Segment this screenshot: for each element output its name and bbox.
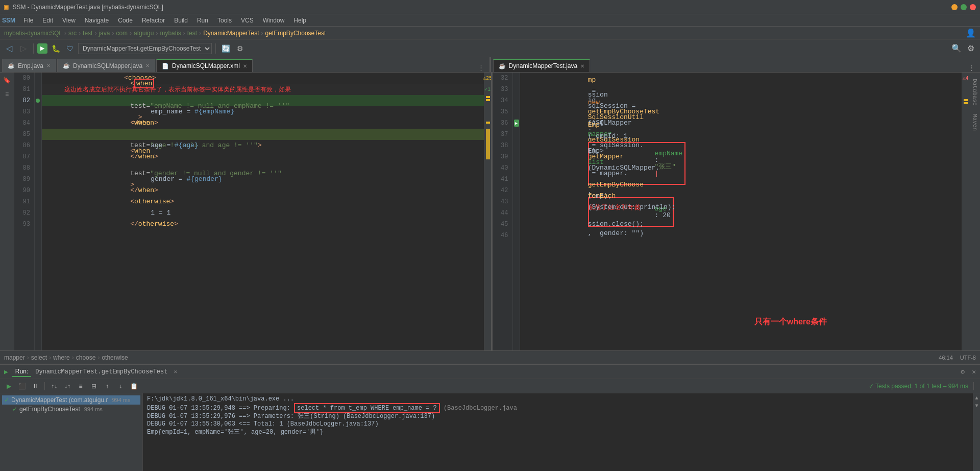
toolbar-coverage[interactable]: 🛡 [64,42,76,55]
menu-vcs[interactable]: VCS [237,16,258,25]
line-num-91: 91 [16,196,32,207]
sort-desc-btn[interactable]: ↓↑ [62,381,73,392]
title-bar-title: SSM - DynamicMapperTest.java [mybatis-dy… [12,4,163,11]
test-method-label: getEmpByChooseTest [19,406,80,413]
stop-btn[interactable]: ⬛ [16,381,28,392]
tab-emp-java[interactable]: ☕ Emp.java ✕ [2,59,56,72]
breadcrumb-method[interactable]: getEmpByChooseTest [265,30,326,37]
right-code-content[interactable]: id getEmpByChooseTest () { ssion sqlSess… [520,73,969,350]
menu-window[interactable]: Window [259,16,289,25]
sidebar-maven-label[interactable]: Maven [971,110,979,135]
breadcrumb-bar: mybatis-dynamicSQL › src › test › java ›… [0,27,980,40]
run-tab[interactable]: Run: [12,367,31,377]
test-item-class[interactable]: ✓ DynamicMapperTest (com.atguigu.r 994 m… [2,395,140,405]
toolbar-debug[interactable]: 🐛 [50,42,62,55]
panel-scroll-down[interactable]: ▼ [975,403,978,409]
up-btn[interactable]: ↑ [102,381,113,392]
console-line-debug2: DEBUG 01-07 13:55:29,976 ==> Parameters:… [147,412,969,420]
sidebar-bookmark[interactable]: 🔖 [2,75,13,86]
menu-tools[interactable]: Tools [213,16,236,25]
down-btn[interactable]: ↓ [115,381,126,392]
left-editor-pane[interactable]: ⚠25 ✓1 80 81 82 83 84 85 86 87 [14,73,493,350]
test-method-pass-icon: ✓ [12,406,17,413]
console-output: F:\jdk\jdk1.8.0_161_x64\bin\java.exe ...… [143,393,973,471]
menu-file[interactable]: File [19,16,37,25]
tab-dynamic-mapper-java[interactable]: ☕ DynamicSQLMapper.java ✕ [57,59,155,72]
toolbar-sep2 [215,43,216,54]
panel-scroll-up[interactable]: ▲ [975,395,978,401]
status-bar: mapper › select › where › choose › other… [0,350,980,364]
breadcrumb-src[interactable]: src [68,30,77,37]
settings-icon[interactable]: ⚙ [961,368,965,376]
close-panel-icon[interactable]: ✕ [972,368,976,376]
profile-icon[interactable]: 👤 [966,28,976,38]
toolbar-update[interactable]: 🔄 [219,42,232,55]
test-item-method[interactable]: ✓ getEmpByChooseTest 994 ms [2,405,140,414]
toolbar-forward[interactable]: ▷ [17,42,30,55]
tests-passed: ✓ Tests passed: 1 of 1 test – 994 ms [869,383,968,390]
breadcrumb-com[interactable]: com [116,30,128,37]
maximize-button[interactable] [961,4,967,10]
menu-view[interactable]: View [58,16,80,25]
line-num-89: 89 [16,174,32,185]
sidebar-structure[interactable]: ≡ [2,89,13,100]
breadcrumb-sep5: › [130,30,132,37]
breadcrumb-test[interactable]: test [83,30,92,37]
breadcrumb-mybatis[interactable]: mybatis [160,30,181,37]
menu-code[interactable]: Code [114,16,137,25]
toolbar-search[interactable]: 🔍 [950,42,963,55]
window-controls[interactable] [951,4,976,10]
tab-dmj-close[interactable]: ✕ [145,63,150,68]
status-mapper: mapper [4,354,25,361]
left-tabs-more[interactable]: ⋮ [475,64,487,72]
breadcrumb-atguigu[interactable]: atguigu [134,30,154,37]
status-otherwise: otherwise [102,354,128,361]
expand-btn[interactable]: ≡ [75,381,86,392]
menu-help[interactable]: Help [289,16,310,25]
bottom-panel-tabs: ▶ Run: DynamicMapperTest.getEmpByChooseT… [0,365,980,379]
menu-build[interactable]: Build [170,16,192,25]
rerun-btn[interactable]: ▶ [3,381,14,392]
sidebar-database-label[interactable]: Database [971,75,979,110]
right-sidebar: Database Maven [969,73,980,350]
toolbar-back[interactable]: ◁ [3,42,15,55]
sort-asc-btn[interactable]: ↑↓ [48,381,60,392]
menu-run[interactable]: Run [193,16,212,25]
left-code-content[interactable]: <choose> 这边姓名成立后就不执行其它条件了，表示当前标签中实体类的属性是… [42,73,491,350]
tab-dynamic-mapper-test-label: DynamicMapperTest.java [509,62,578,69]
right-editor-pane[interactable]: ⚠4 32 33 34 35 36 37 38 39 40 41 [493,73,969,350]
toolbar-settings[interactable]: ⚙ [234,42,246,55]
test-class-time: 994 ms [112,397,130,403]
status-choose: choose [76,354,96,361]
menu-edit[interactable]: Edit [38,16,57,25]
toolbar-gear[interactable]: ⚙ [965,42,977,55]
close-button[interactable] [970,4,976,10]
collapse-btn[interactable]: ⊟ [88,381,100,392]
menu-refactor[interactable]: Refactor [138,16,169,25]
breadcrumb-java[interactable]: java [99,30,110,37]
toolbar-run-button[interactable]: ▶ [37,43,47,54]
run-config-dropdown[interactable]: DynamicMapperTest.getEmpByChooseTest [78,43,212,54]
breadcrumb-test2[interactable]: test [187,30,197,37]
tab-dynamic-mapper-test-java[interactable]: ☕ DynamicMapperTest.java ✕ [493,59,591,72]
line-num-81: 81 [16,84,32,95]
status-encoding: UTF-8 [960,355,976,361]
run-tab-icon: ▶ [4,368,8,376]
pause-btn[interactable]: ⏸ [30,381,41,392]
export-btn[interactable]: 📋 [128,381,139,392]
line-num-82: 82 [16,95,32,106]
breadcrumb-project[interactable]: mybatis-dynamicSQL [4,30,62,37]
tab-dmx-close[interactable]: ✕ [243,63,247,69]
run-tab-close[interactable]: ✕ [174,368,177,375]
menu-navigate[interactable]: Navigate [81,16,113,25]
tab-dynamic-mapper-xml[interactable]: 📄 DynamicSQLMapper.xml ✕ [156,59,253,72]
test-pass-icon: ✓ [4,396,9,404]
right-tabs-more[interactable]: ⋮ [965,64,978,72]
tab-dmt-close[interactable]: ✕ [580,63,584,69]
minimize-button[interactable] [951,4,958,10]
bottom-panel: ▶ Run: DynamicMapperTest.getEmpByChooseT… [0,364,980,471]
breadcrumb-sep1: › [64,30,66,37]
right-code-area: 32 33 34 35 36 37 38 39 40 41 42 43 44 4… [493,73,969,350]
breadcrumb-class[interactable]: DynamicMapperTest [203,30,259,37]
tab-emp-java-close[interactable]: ✕ [46,63,51,68]
